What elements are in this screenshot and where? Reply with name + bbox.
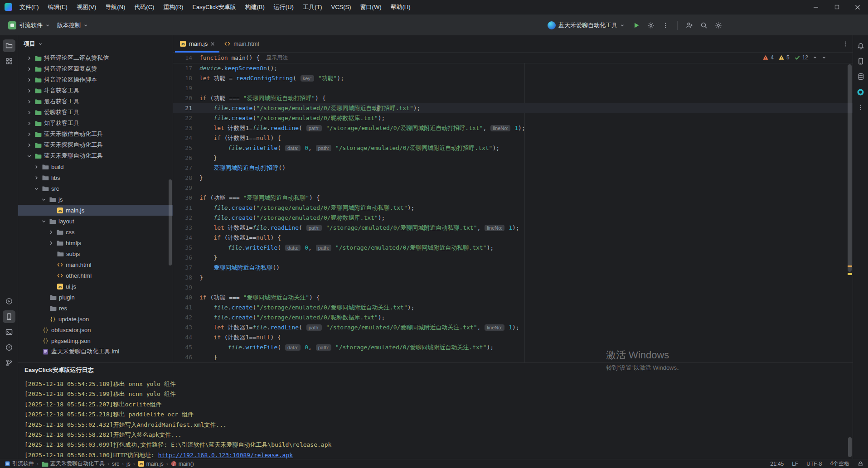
line-number[interactable]: 26	[173, 153, 199, 163]
code-with-me-icon[interactable]	[683, 19, 696, 32]
tree-item[interactable]: 爱聊获客工具	[18, 107, 173, 118]
line-number[interactable]: 29	[173, 183, 199, 193]
tree-item[interactable]: other.html	[18, 270, 173, 281]
line-number[interactable]: 20	[173, 93, 199, 103]
project-widget[interactable]: 引流软件	[5, 19, 53, 32]
tree-item[interactable]: 知乎获客工具	[18, 118, 173, 129]
line-number[interactable]: 45	[173, 343, 199, 352]
code-line[interactable]: 26 }	[173, 153, 853, 163]
chevron-down-icon[interactable]	[38, 42, 43, 46]
line-number[interactable]: 19	[173, 83, 199, 93]
breadcrumb-item[interactable]: 引流软件	[5, 460, 34, 468]
tree-item[interactable]: JSmain.js	[18, 205, 173, 216]
tree-item[interactable]: 蓝天禾探探自动化工具	[18, 140, 173, 150]
inspection-count[interactable]: 12	[794, 54, 808, 61]
device-manager-button[interactable]	[854, 55, 867, 68]
code-line[interactable]: 32 file.create("/storage/emulated/0/昵称数据…	[173, 213, 853, 223]
code-line[interactable]: 31 file.create("/storage/emulated/0/爱聊同城…	[173, 203, 853, 213]
close-tab-icon[interactable]	[210, 42, 215, 46]
tree-item[interactable]: 抖音评论区操作脚本	[18, 74, 173, 85]
menu-item[interactable]: 编辑(E)	[44, 0, 72, 14]
line-number[interactable]: 41	[173, 303, 199, 313]
tree-item[interactable]: JSui.js	[18, 281, 173, 292]
code-line[interactable]: 39	[173, 283, 853, 293]
code-line[interactable]: 29	[173, 183, 853, 193]
chevron-right-icon[interactable]	[26, 131, 32, 137]
menu-item[interactable]: 视图(V)	[72, 0, 101, 14]
editor-tab[interactable]: main.html	[219, 35, 263, 52]
line-number[interactable]: 28	[173, 173, 199, 183]
log-scrollbar[interactable]	[848, 437, 852, 457]
code-line[interactable]: 24 if (计数器1==null) {	[173, 133, 853, 143]
line-number[interactable]: 46	[173, 352, 199, 362]
tree-item[interactable]: 最右获客工具	[18, 96, 173, 107]
menu-item[interactable]: 运行(U)	[269, 0, 298, 14]
status-widget[interactable]: 4个空格	[830, 460, 849, 468]
line-number[interactable]: 33	[173, 223, 199, 233]
lock-icon[interactable]	[858, 461, 863, 467]
status-widget[interactable]: 21:45	[770, 461, 784, 467]
breadcrumb-item[interactable]: fmain()	[171, 461, 194, 467]
inspection-count[interactable]: 4	[762, 54, 774, 61]
chevron-right-icon[interactable]	[26, 77, 32, 83]
chevron-right-icon[interactable]	[34, 175, 39, 181]
tree-item[interactable]: 抖音评论区回复点赞	[18, 63, 173, 74]
line-number[interactable]: 43	[173, 323, 199, 333]
code-line[interactable]: 17device.keepScreenOn();	[173, 63, 853, 73]
database-tool-button[interactable]	[854, 70, 867, 83]
code-line[interactable]: 38}	[173, 273, 853, 283]
code-line[interactable]: 44 if (计数器1==null) {	[173, 333, 853, 343]
run-options-gear-icon[interactable]	[645, 19, 657, 32]
line-number[interactable]: 24	[173, 133, 199, 143]
chevron-right-icon[interactable]	[48, 229, 54, 235]
line-number[interactable]: 25	[173, 143, 199, 153]
chevron-right-icon[interactable]	[26, 142, 32, 148]
code-line[interactable]: 35 file.writeFile( data: 0, path: "/stor…	[173, 243, 853, 253]
tree-item[interactable]: res	[18, 303, 173, 314]
chevron-right-icon[interactable]	[26, 110, 32, 116]
line-number[interactable]: 18	[173, 73, 199, 83]
git-tool-button[interactable]	[3, 357, 15, 369]
tree-item[interactable]: 蓝天禾微信自动化工具	[18, 129, 173, 140]
inspection-count[interactable]: 5	[778, 54, 790, 61]
code-line[interactable]: 45 file.writeFile( data: 0, path: "/stor…	[173, 343, 853, 352]
menu-item[interactable]: 导航(N)	[101, 0, 130, 14]
breadcrumb-item[interactable]: JSmain.js	[138, 460, 164, 467]
chevron-right-icon[interactable]	[48, 240, 54, 246]
line-number[interactable]: 38	[173, 273, 199, 283]
chevron-down-icon[interactable]	[26, 153, 32, 159]
usages-hint[interactable]: 显示用法	[266, 54, 288, 62]
menu-item[interactable]: 文件(F)	[15, 0, 44, 14]
status-widget[interactable]: LF	[792, 461, 798, 467]
tree-item[interactable]: layout	[18, 216, 173, 227]
line-number[interactable]: 35	[173, 243, 199, 253]
code-line[interactable]: 40if (功能 === "爱聊同城附近自动关注") {	[173, 293, 853, 303]
code-line[interactable]: 33 let 计数器1=file.readLine( path: "/stora…	[173, 223, 853, 233]
tab-options-button[interactable]	[839, 35, 853, 52]
chevron-right-icon[interactable]	[26, 55, 32, 61]
code-line[interactable]: 22 file.create("/storage/emulated/0/昵称数据…	[173, 113, 853, 123]
more-actions-icon[interactable]	[659, 19, 672, 32]
code-line[interactable]: 20if (功能 === "爱聊同城附近自动打招呼") {	[173, 93, 853, 103]
more-tools-button[interactable]	[854, 101, 867, 114]
code-line[interactable]: 27 爱聊同城附近自动打招呼()	[173, 163, 853, 173]
code-line[interactable]: 25 file.writeFile( data: 0, path: "/stor…	[173, 143, 853, 153]
log-link[interactable]: http://192.168.0.123:10089/release.apk	[158, 452, 293, 458]
code-line[interactable]: 36 }	[173, 253, 853, 263]
editor-tab[interactable]: JSmain.js	[175, 35, 219, 52]
breadcrumb-item[interactable]: 蓝天禾爱聊自动化工具	[41, 460, 105, 468]
tree-item[interactable]: update.json	[18, 314, 173, 324]
line-number[interactable]: 44	[173, 333, 199, 343]
chevron-right-icon[interactable]	[26, 121, 32, 126]
terminal-tool-button[interactable]	[3, 326, 15, 338]
code-line[interactable]: 42 file.create("/storage/emulated/0/昵称数据…	[173, 313, 853, 323]
tree-item[interactable]: 斗音获客工具	[18, 85, 173, 96]
menu-item[interactable]: EasyClick安卓版	[188, 0, 240, 14]
run-button[interactable]	[630, 19, 643, 32]
tree-item[interactable]: libs	[18, 172, 173, 183]
line-number[interactable]: 23	[173, 123, 199, 133]
line-number[interactable]: 17	[173, 63, 199, 73]
tree-item[interactable]: plugin	[18, 292, 173, 303]
code-line[interactable]: 34 if (计数器1==null) {	[173, 233, 853, 243]
tree-item[interactable]: build	[18, 161, 173, 172]
